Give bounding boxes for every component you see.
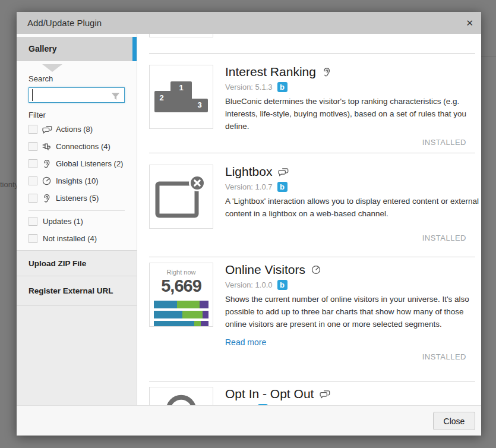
plugin-version: Version: 5.1.3 [225, 83, 273, 92]
plugin-version: Version: 1.0.7 [225, 182, 273, 191]
plugin-version: Version: 1.0.0 [225, 280, 273, 289]
svg-text:1: 1 [179, 83, 183, 92]
filter-funnel-icon[interactable] [111, 92, 120, 103]
podium-icon: 2 1 3 [154, 81, 208, 113]
add-update-plugin-dialog: Add/Update Plugin ✕ Gallery Search Filte… [17, 12, 481, 436]
item-separator [149, 53, 475, 54]
speech-bubbles-icon [42, 125, 55, 134]
online-visitors-thumbnail: Right now 5,669 [149, 263, 213, 327]
item-separator [149, 381, 475, 381]
online-visitors-bars [154, 301, 208, 327]
sidebar-item-gallery[interactable]: Gallery [17, 37, 137, 61]
filter-divider [29, 210, 125, 211]
lightbox-icon [154, 173, 208, 220]
status-filter-list: Updates (1) Not installed (4) [17, 213, 137, 247]
filter-row-not-installed[interactable]: Not installed (4) [17, 230, 137, 247]
updates-checkbox[interactable] [29, 217, 37, 226]
insights-checkbox[interactable] [29, 176, 37, 185]
search-box [29, 87, 125, 103]
previous-item-thumbnail-fragment [149, 34, 213, 37]
plugin-item-interest-ranking: 2 1 3 Interest Ranking [149, 65, 481, 147]
item-separator [149, 153, 475, 153]
read-more-link[interactable]: Read more [225, 337, 481, 347]
type-filter-list: Actions (8) Connections (4) [17, 121, 137, 207]
filter-row-actions[interactable]: Actions (8) [17, 121, 137, 138]
plugin-item-lightbox: Lightbox Version: 1.0.7 b A 'Lightbox' i… [149, 165, 481, 242]
ear-icon [321, 67, 332, 78]
sidebar-item-register-url[interactable]: Register External URL [17, 276, 137, 306]
filter-row-insights[interactable]: Insights (10) [17, 172, 137, 190]
background-page-line [481, 56, 496, 57]
lightbox-thumbnail [149, 165, 213, 229]
svg-text:3: 3 [197, 100, 201, 109]
connections-checkbox[interactable] [29, 142, 37, 151]
search-label: Search [29, 74, 125, 83]
status-badge: INSTALLED [225, 352, 481, 361]
filter-label: Filter [29, 111, 125, 119]
filter-label-actions: Actions (8) [56, 125, 93, 134]
filter-row-listeners[interactable]: Listeners (5) [17, 190, 137, 207]
widget-value: 5,669 [150, 276, 213, 296]
plug-icon [42, 141, 55, 152]
global-listeners-checkbox[interactable] [29, 159, 37, 168]
opt-in-opt-out-thumbnail [149, 387, 213, 405]
plugin-title: Online Visitors [225, 263, 481, 277]
interest-ranking-thumbnail: 2 1 3 [149, 65, 213, 129]
gauge-icon [42, 176, 55, 186]
filter-row-updates[interactable]: Updates (1) [17, 213, 137, 230]
not-installed-checkbox[interactable] [29, 234, 37, 243]
blueconic-badge: b [277, 280, 288, 290]
filter-label-not-installed: Not installed (4) [43, 234, 97, 243]
plugin-description: Shows the current number of online visit… [225, 293, 481, 330]
filter-row-connections[interactable]: Connections (4) [17, 138, 137, 155]
blueconic-badge: b [277, 82, 288, 92]
close-button[interactable]: Close [433, 412, 475, 430]
dialog-titlebar: Add/Update Plugin ✕ [17, 12, 481, 34]
sidebar: Gallery Search Filter [17, 34, 137, 405]
plugin-title: Interest Ranking [225, 65, 481, 79]
gallery-selected-accent [132, 37, 137, 61]
ear-icon [42, 193, 55, 204]
search-input[interactable] [32, 89, 109, 101]
dialog-footer: Close [17, 405, 481, 436]
online-visitors-widget: Right now 5,669 [150, 263, 213, 326]
gallery-tab-notch [42, 64, 62, 72]
actions-checkbox[interactable] [29, 125, 37, 134]
svg-text:2: 2 [159, 93, 163, 102]
plugin-description: BlueConic determines the visitor's top r… [225, 95, 481, 132]
close-icon[interactable]: ✕ [466, 12, 473, 34]
gallery-tab-label: Gallery [17, 37, 137, 61]
filter-label-listeners: Listeners (5) [56, 194, 99, 203]
background-page-text: tionty [0, 180, 18, 189]
dialog-body: Gallery Search Filter [17, 34, 481, 405]
status-badge: INSTALLED [225, 234, 481, 242]
plugin-item-opt-in-opt-out: Opt In - Opt Out Version: b [149, 387, 481, 405]
ear-icon [42, 159, 55, 169]
plugin-list: 2 1 3 Interest Ranking [137, 34, 481, 405]
filter-label-updates: Updates (1) [43, 217, 83, 226]
listeners-checkbox[interactable] [29, 194, 37, 203]
blueconic-badge: b [277, 182, 288, 192]
status-badge: INSTALLED [225, 138, 481, 147]
sidebar-item-upload-zip[interactable]: Upload ZIP File [17, 250, 137, 276]
speech-bubbles-icon [277, 167, 289, 177]
filter-row-global-listeners[interactable]: Global Listeners (2) [17, 155, 137, 172]
plugin-title: Opt In - Opt Out [225, 387, 481, 401]
dialog-title: Add/Update Plugin [27, 12, 102, 34]
plugin-item-online-visitors: Right now 5,669 Online Visitors [149, 263, 481, 361]
circle-icon [150, 387, 213, 405]
item-separator [149, 257, 475, 257]
filter-label-insights: Insights (10) [56, 176, 99, 185]
filter-label-connections: Connections (4) [56, 142, 110, 151]
widget-caption: Right now [150, 269, 213, 276]
gauge-icon [311, 264, 321, 275]
plugin-description: A 'Lightbox' interaction allows you to d… [225, 195, 481, 220]
filter-label-global-listeners: Global Listeners (2) [56, 159, 123, 168]
sidebar-filler [17, 306, 137, 405]
plugin-title: Lightbox [225, 165, 481, 179]
speech-bubbles-icon [319, 389, 331, 399]
